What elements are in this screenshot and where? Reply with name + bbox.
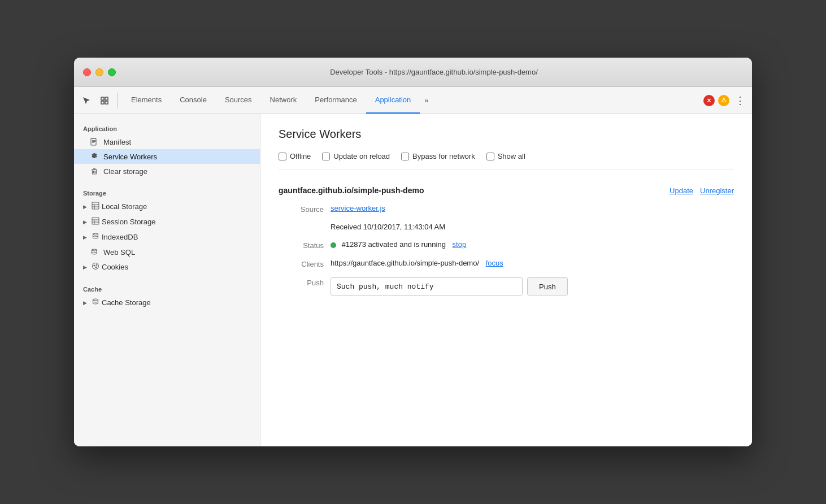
expand-arrow-icon-2: ▶ (83, 219, 87, 225)
sw-origin: gauntface.github.io/simple-push-demo (279, 186, 424, 195)
push-row: Push (331, 277, 734, 296)
source-link[interactable]: service-worker.js (331, 204, 385, 212)
update-link[interactable]: Update (670, 186, 693, 195)
offline-checkbox[interactable] (279, 153, 286, 160)
tab-elements[interactable]: Elements (122, 87, 171, 114)
page-title: Service Workers (279, 128, 734, 141)
svg-rect-10 (93, 168, 95, 169)
sidebar-item-local-storage[interactable]: ▶ Local Storage (74, 199, 260, 214)
trash-icon (90, 167, 99, 176)
more-options-button[interactable]: ⋮ (733, 92, 747, 109)
svg-point-27 (96, 264, 97, 266)
source-value: service-worker.js (331, 204, 734, 212)
tab-network[interactable]: Network (261, 87, 306, 114)
svg-rect-18 (92, 218, 99, 224)
table-icon-session (92, 217, 99, 227)
traffic-lights (83, 68, 116, 76)
sidebar-item-indexeddb[interactable]: ▶ IndexedDB (74, 229, 260, 245)
minimize-button[interactable] (95, 68, 103, 76)
maximize-button[interactable] (108, 68, 116, 76)
svg-rect-7 (92, 141, 95, 142)
push-input[interactable] (331, 277, 523, 296)
database-icon-sql (90, 247, 99, 257)
svg-rect-8 (92, 142, 94, 143)
more-tabs-button[interactable]: » (420, 96, 433, 105)
push-value: Push (331, 277, 734, 296)
svg-rect-6 (92, 140, 95, 141)
svg-rect-3 (105, 101, 108, 104)
toolbar: Elements Console Sources Network Perform… (74, 87, 752, 114)
devtools-body: Application Manifest (74, 114, 752, 446)
update-on-reload-checkbox[interactable] (322, 153, 330, 160)
sidebar-item-session-storage[interactable]: ▶ Session Storage (74, 214, 260, 229)
warning-badge[interactable]: ⚠ (718, 95, 729, 106)
error-badge[interactable]: × (703, 95, 715, 106)
unregister-link[interactable]: Unregister (700, 186, 734, 195)
update-on-reload-option[interactable]: Update on reload (322, 152, 390, 160)
offline-option[interactable]: Offline (279, 152, 311, 160)
service-workers-label: Service Workers (103, 153, 157, 161)
stop-link[interactable]: stop (453, 240, 467, 249)
expand-arrow-icon-4: ▶ (83, 264, 87, 270)
cookies-label: Cookies (102, 263, 128, 271)
cookie-icon (92, 262, 99, 272)
table-icon-local (92, 202, 99, 211)
show-all-checkbox[interactable] (486, 153, 494, 160)
sidebar-section-storage: Storage (74, 185, 260, 199)
tab-performance[interactable]: Performance (306, 87, 366, 114)
tabs-bar: Elements Console Sources Network Perform… (122, 87, 699, 114)
svg-point-25 (94, 265, 95, 266)
window-title: Developer Tools - https://gauntface.gith… (125, 68, 743, 76)
svg-rect-14 (92, 202, 99, 209)
options-row: Offline Update on reload Bypass for netw… (279, 152, 734, 170)
bypass-for-network-checkbox[interactable] (401, 153, 409, 160)
svg-rect-1 (105, 97, 108, 100)
received-value: Received 10/10/2017, 11:43:04 AM (331, 223, 734, 231)
tab-application[interactable]: Application (366, 87, 420, 114)
status-text: #12873 activated and is running (342, 240, 446, 249)
main-content: Service Workers Offline Update on reload… (260, 114, 752, 446)
close-button[interactable] (83, 68, 91, 76)
svg-point-23 (92, 249, 97, 251)
svg-rect-2 (101, 101, 104, 104)
tab-console[interactable]: Console (171, 87, 216, 114)
sidebar: Application Manifest (74, 114, 260, 446)
sidebar-item-cache-storage[interactable]: ▶ Cache Storage (74, 295, 260, 310)
show-all-option[interactable]: Show all (486, 152, 525, 160)
sidebar-item-clear-storage[interactable]: Clear storage (74, 164, 260, 179)
database-icon-cache (92, 298, 99, 307)
database-icon-indexed (92, 232, 99, 242)
manifest-label: Manifest (103, 138, 131, 146)
expand-arrow-icon-5: ▶ (83, 300, 87, 306)
devtools-window: Developer Tools - https://gauntface.gith… (74, 58, 752, 446)
svg-point-24 (93, 263, 99, 270)
sidebar-item-manifest[interactable]: Manifest (74, 134, 260, 149)
sw-detail-grid: Source service-worker.js Received 10/10/… (279, 204, 734, 296)
expand-arrow-icon-3: ▶ (83, 234, 87, 240)
push-label: Push (279, 277, 324, 287)
titlebar: Developer Tools - https://gauntface.gith… (74, 58, 752, 87)
toolbar-icons (79, 93, 118, 108)
tab-sources[interactable]: Sources (216, 87, 261, 114)
document-icon (90, 137, 99, 146)
inspect-element-button[interactable] (97, 93, 112, 108)
focus-link[interactable]: focus (486, 259, 503, 267)
local-storage-label: Local Storage (102, 202, 147, 211)
status-indicator (331, 242, 336, 248)
cursor-tool-button[interactable] (79, 93, 94, 108)
clients-url: https://gauntface.github.io/simple-push-… (331, 259, 479, 267)
svg-rect-0 (101, 97, 104, 100)
svg-point-22 (93, 233, 98, 235)
cache-storage-label: Cache Storage (102, 298, 151, 307)
sw-actions: Update Unregister (670, 186, 734, 195)
sidebar-section-application: Application (74, 121, 260, 134)
status-label: Status (279, 240, 324, 250)
sidebar-item-service-workers[interactable]: Service Workers (74, 149, 260, 164)
gear-icon (90, 152, 99, 161)
bypass-for-network-option[interactable]: Bypass for network (401, 152, 475, 160)
sidebar-item-cookies[interactable]: ▶ Cookies (74, 259, 260, 275)
push-button[interactable]: Push (527, 277, 568, 296)
sidebar-item-web-sql[interactable]: Web SQL (74, 245, 260, 259)
clear-storage-label: Clear storage (103, 167, 147, 176)
web-sql-label: Web SQL (103, 248, 135, 257)
